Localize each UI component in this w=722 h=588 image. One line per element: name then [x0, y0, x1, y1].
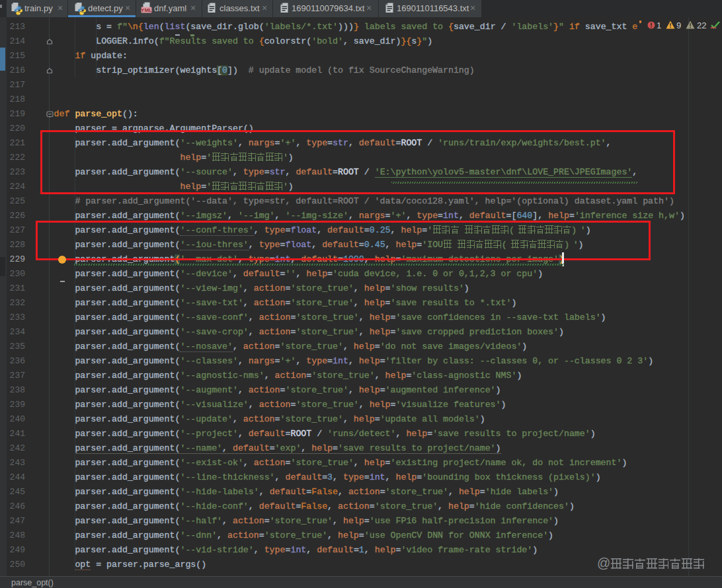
svg-text:YML: YML: [141, 7, 152, 13]
